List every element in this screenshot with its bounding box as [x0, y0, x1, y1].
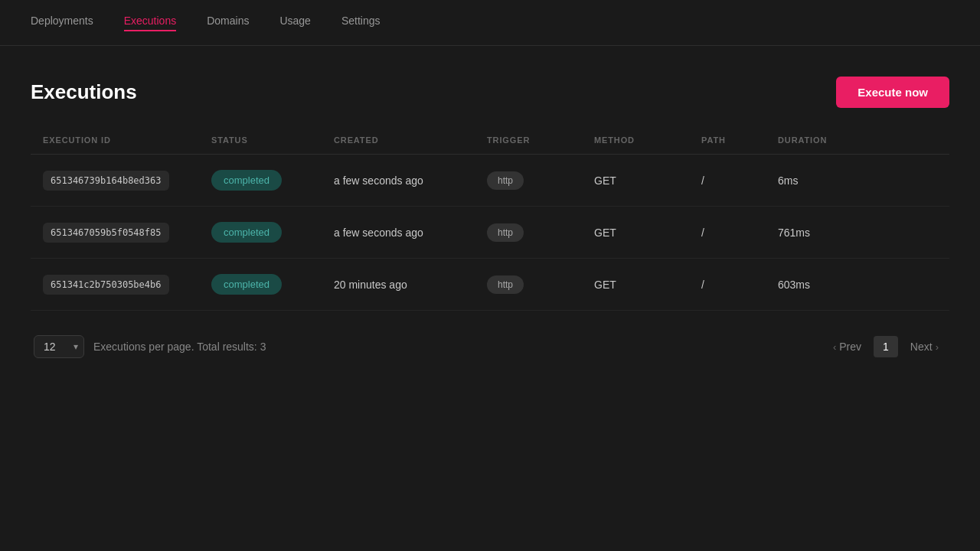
nav-item-executions[interactable]: Executions [124, 15, 176, 31]
created-cell: 20 minutes ago [334, 278, 487, 292]
nav-item-usage[interactable]: Usage [279, 15, 310, 31]
path-cell: / [701, 278, 778, 292]
trigger-cell: http [487, 171, 594, 190]
status-badge: completed [211, 274, 282, 295]
status-cell: completed [211, 222, 334, 243]
per-page-select[interactable]: 12 24 48 100 [34, 335, 84, 358]
table-row[interactable]: 651346739b164b8ed363 completed a few sec… [31, 155, 949, 207]
method-cell: GET [594, 278, 701, 292]
page-1-button[interactable]: 1 [874, 336, 898, 357]
next-label: Next [910, 341, 933, 353]
created-cell: a few seconds ago [334, 174, 487, 187]
trigger-badge: http [487, 276, 524, 294]
pagination-area: 12 24 48 100 Executions per page. Total … [31, 335, 949, 358]
pagination-info: Executions per page. Total results: 3 [93, 341, 266, 353]
duration-cell: 6ms [778, 174, 870, 187]
table-row[interactable]: 6513467059b5f0548f85 completed a few sec… [31, 207, 949, 259]
chevron-right-icon: › [936, 341, 939, 353]
pagination-controls: ‹ Prev 1 Next › [825, 336, 946, 357]
prev-label: Prev [839, 341, 861, 353]
duration-cell: 603ms [778, 278, 870, 292]
col-status: STATUS [211, 135, 334, 145]
method-cell: GET [594, 226, 701, 240]
chevron-left-icon: ‹ [833, 341, 836, 353]
execution-id-badge: 651341c2b750305be4b6 [43, 275, 169, 295]
page-header: Executions Execute now [31, 77, 949, 108]
col-path: PATH [701, 135, 778, 145]
status-badge: completed [211, 222, 282, 243]
col-method: METHOD [594, 135, 701, 145]
main-content: Executions Execute now EXECUTION ID STAT… [0, 46, 980, 381]
trigger-badge: http [487, 223, 524, 242]
col-execution-id: EXECUTION ID [43, 135, 211, 145]
per-page-select-wrapper[interactable]: 12 24 48 100 [34, 335, 84, 358]
execution-id-badge: 6513467059b5f0548f85 [43, 223, 169, 243]
per-page-selector: 12 24 48 100 Executions per page. Total … [34, 335, 266, 358]
page-title: Executions [31, 80, 137, 104]
executions-table: EXECUTION ID STATUS CREATED TRIGGER METH… [31, 135, 949, 311]
path-cell: / [701, 174, 778, 187]
prev-page-button[interactable]: ‹ Prev [825, 336, 869, 357]
created-cell: a few seconds ago [334, 226, 487, 240]
trigger-cell: http [487, 223, 594, 242]
status-cell: completed [211, 170, 334, 191]
execution-id-badge: 651346739b164b8ed363 [43, 171, 169, 191]
col-duration: DURATION [778, 135, 870, 145]
execution-id-cell: 651346739b164b8ed363 [43, 171, 211, 191]
method-cell: GET [594, 174, 701, 187]
duration-cell: 761ms [778, 226, 870, 240]
nav-item-domains[interactable]: Domains [207, 15, 249, 31]
execution-id-cell: 651341c2b750305be4b6 [43, 275, 211, 295]
execute-now-button[interactable]: Execute now [836, 77, 949, 108]
col-trigger: TRIGGER [487, 135, 594, 145]
table-row[interactable]: 651341c2b750305be4b6 completed 20 minute… [31, 259, 949, 311]
next-page-button[interactable]: Next › [903, 336, 946, 357]
trigger-badge: http [487, 171, 524, 190]
col-created: CREATED [334, 135, 487, 145]
table-header: EXECUTION ID STATUS CREATED TRIGGER METH… [31, 135, 949, 155]
status-cell: completed [211, 274, 334, 295]
nav-item-settings[interactable]: Settings [341, 15, 381, 31]
status-badge: completed [211, 170, 282, 191]
execution-id-cell: 6513467059b5f0548f85 [43, 223, 211, 243]
trigger-cell: http [487, 276, 594, 294]
path-cell: / [701, 226, 778, 240]
nav-item-deployments[interactable]: Deployments [31, 15, 93, 31]
top-navigation: Deployments Executions Domains Usage Set… [0, 0, 980, 46]
